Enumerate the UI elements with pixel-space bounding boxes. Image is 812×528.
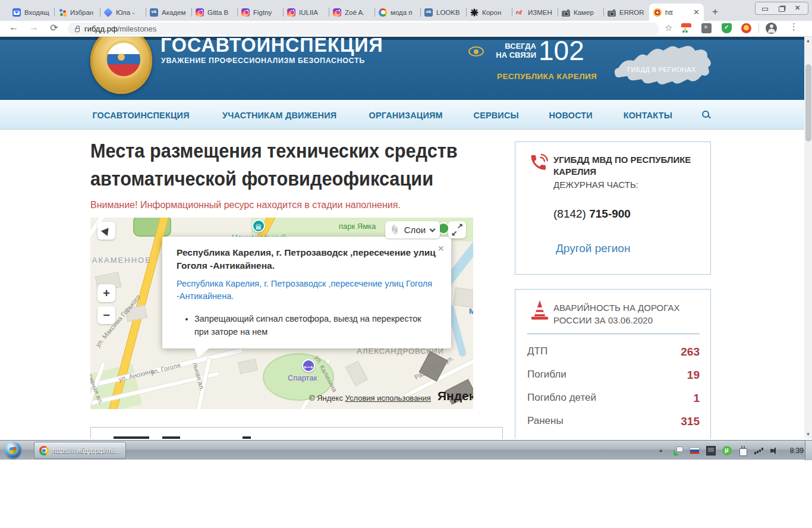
menu-dots-icon[interactable] [789,21,798,32]
browser-tab[interactable]: Избран [54,4,100,21]
reload-icon[interactable] [48,22,61,33]
browser-tab[interactable]: Корон [466,4,512,21]
accessibility-eye-icon[interactable] [468,46,484,56]
balloon-link[interactable]: Республика Карелия, г. Петрозаводск ,пер… [177,278,432,303]
fullscreen-button[interactable] [448,221,466,238]
map-label-district: ЗАКАМЕННОЕ [90,256,152,265]
zoom-out-icon: − [103,309,110,322]
stats-row: Погибло детей1 [527,392,700,404]
layers-button[interactable]: Слои [385,221,440,238]
tab-label: Избран [70,9,96,16]
browser-tab[interactable]: Академ [146,4,191,21]
browser-tab[interactable]: ИЗМЕН [512,4,558,21]
geolocation-button[interactable] [97,222,115,240]
bookmark-star-icon[interactable] [665,23,672,33]
page-viewport: ГОСАВТОИНСПЕКЦИЯ УВАЖЕНИЕ ПРОФЕССИОНАЛИЗ… [0,37,804,439]
nav-item-novosti[interactable]: НОВОСТИ [549,110,593,120]
back-icon[interactable] [7,22,20,33]
nav-item-kontakty[interactable]: КОНТАКТЫ [623,110,672,120]
forward-icon[interactable] [27,22,40,33]
browser-tab[interactable]: ERROR [603,4,649,21]
map-zoom-out-button[interactable]: − [97,306,115,324]
traffic-cone-icon [530,299,550,322]
site-nav: ГОСАВТОИНСПЕКЦИЯ УЧАСТНИКАМ ДВИЖЕНИЯ ОРГ… [0,100,804,130]
nav-item-organizaciyam[interactable]: ОРГАНИЗАЦИЯМ [369,110,443,120]
nav-item-gosavtoinspekciya[interactable]: ГОСАВТОИНСПЕКЦИЯ [92,110,189,120]
gibdd-emblem-icon [90,37,152,94]
balloon-bullet-list: Запрещающий сигнал светофора, выезд на п… [177,312,430,338]
browser-tab[interactable]: IULIIA [283,4,329,21]
nav-item-servisy[interactable]: СЕРВИСЫ [474,110,519,120]
url-domain: гибдд.рф [84,24,118,33]
taskbar-window-button[interactable]: https://гибдд.рф/mi... [34,442,126,459]
extension-red-icon[interactable] [741,23,751,33]
show-desktop-button[interactable] [805,441,812,460]
start-button[interactable] [5,442,21,458]
map-copyright: © Яндекс Условия использования [309,394,431,403]
window-restore-icon[interactable] [778,5,785,11]
scrollbar-thumb[interactable] [805,64,811,142]
nav-item-uchastnikam[interactable]: УЧАСТНИКАМ ДВИЖЕНИЯ [222,110,336,120]
language-ru-flag-icon[interactable] [690,447,700,454]
browser-tab[interactable]: Юла - [100,4,146,21]
scroll-down-icon[interactable]: ▼ [804,430,812,439]
yandex-copyright: © Яндекс [309,394,343,403]
balloon-title: Республика Карелия, г. Петрозаводск ,пер… [177,246,438,272]
browser-tab-active[interactable]: htt✕ [649,4,704,21]
expand-icon [452,225,462,235]
extension-home-icon[interactable] [681,23,691,33]
site-header: ГОСАВТОИНСПЕКЦИЯ УВАЖЕНИЕ ПРОФЕССИОНАЛИЗ… [0,37,804,100]
tray-hidden-icons-arrow[interactable] [657,446,667,455]
window-close-icon[interactable] [795,5,802,11]
browser-tab[interactable]: Входящ [8,4,54,21]
browser-tab[interactable]: LOOKB [420,4,466,21]
zoom-in-icon: + [103,287,110,300]
profile-avatar[interactable] [766,23,777,34]
tab-label: ERROR [619,9,645,16]
tab-label: Юла - [116,9,141,16]
yandex-map[interactable]: ЗАКАМЕННОЕ 🏛 Национальный парк Ямка АЛЕК… [90,218,473,409]
browser-tab[interactable]: Figtny [237,4,283,21]
always-line1: ВСЕГДА [490,42,536,51]
stat-value: 315 [681,415,700,428]
device-plug-icon[interactable] [738,446,748,455]
extension-shield-icon[interactable] [722,23,732,33]
other-region-link[interactable]: Другой регион [556,242,630,255]
terms-link[interactable]: Условия использования [345,394,431,403]
volume-icon[interactable] [770,446,780,455]
map-label-spartak[interactable]: Спартак [288,373,317,382]
windows-taskbar: https://гибдд.рф/mi... 8:39 [0,440,812,460]
new-tab-button[interactable]: + [707,4,723,20]
phone-number: 715-900 [589,208,631,220]
instagram-favicon-icon [333,8,341,17]
clock[interactable]: 8:39 [790,447,804,455]
address-bar[interactable]: гибдд.рф/milestones [68,23,659,35]
regions-map-label[interactable]: ГИБДД В РЕГИОНАХ [617,66,706,73]
map-building [453,287,473,308]
extension-gray-icon[interactable] [701,23,712,33]
network-signal-icon[interactable] [754,446,764,455]
usb-eject-icon[interactable] [673,446,683,455]
browser-tab[interactable]: мода п [374,4,420,21]
layers-label: Слои [404,225,426,235]
contact-box: УГИБДД МВД ПО РЕСПУБЛИКЕ КАРЕЛИЯ ДЕЖУРНА… [515,142,711,275]
scroll-up-icon[interactable]: ▲ [804,37,812,45]
window-minimize-icon[interactable] [761,5,769,11]
stats-title: АВАРИЙНОСТЬ НА ДОРОГАХ РОССИИ ЗА 03.06.2… [553,301,702,326]
map-label-park[interactable]: парк Ямка [339,222,376,231]
geolocation-arrow-icon [101,225,112,236]
page-scrollbar[interactable]: ▲ ▼ [804,37,812,439]
browser-tab[interactable]: Камер [558,4,603,21]
browser-tab[interactable]: Zoé A. [329,4,374,21]
clipped-text-fragment [243,436,251,439]
map-zoom-in-button[interactable]: + [97,284,115,302]
map-poi-theater-icon[interactable]: 🏛 [252,219,265,232]
search-icon[interactable] [701,110,711,120]
tab-close-icon[interactable]: ✕ [693,8,700,16]
display-icon[interactable] [706,446,716,455]
yandex-logo[interactable]: Яндекс [438,389,473,403]
utorrent-icon[interactable] [722,446,732,455]
map-poi-stadium-icon[interactable]: ⟷ [302,359,315,372]
balloon-close-icon[interactable]: × [438,244,444,253]
browser-tab[interactable]: Gitta B [191,4,237,21]
